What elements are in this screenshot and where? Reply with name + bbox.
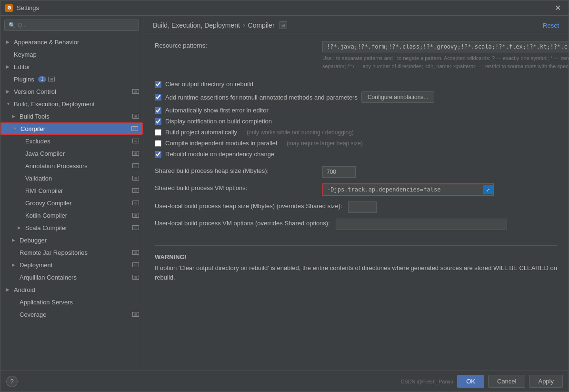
- sidebar-item-editor[interactable]: ▶ Editor: [0, 60, 143, 73]
- ext-icon: ⊞: [132, 262, 139, 267]
- auto-show-error-label[interactable]: Automatically show first error in editor: [165, 107, 269, 114]
- shared-heap-row: Shared build process heap size (Mbytes):: [155, 166, 557, 178]
- clear-output-label[interactable]: Clear output directory on rebuild: [165, 80, 253, 88]
- sidebar-item-label: Compiler: [20, 125, 45, 132]
- breadcrumb-separator: ›: [243, 21, 245, 29]
- sidebar-item-application-servers[interactable]: Application Servers: [0, 296, 143, 308]
- checkbox-rebuild-module: Rebuild module on dependency change: [155, 151, 557, 158]
- ok-button[interactable]: OK: [457, 375, 484, 388]
- expand-arrow: ▶: [12, 114, 18, 119]
- display-notification-label[interactable]: Display notification on build completion: [165, 118, 272, 125]
- warning-title: WARNING!: [155, 253, 557, 261]
- sidebar-item-scala-compiler[interactable]: ▶ Scala Compiler ⊞: [0, 221, 143, 234]
- hint-text: Use ; to separate patterns and ! to nega…: [322, 54, 569, 70]
- sidebar-item-kotlin-compiler[interactable]: Kotlin Compiler ⊞: [0, 209, 143, 221]
- search-input[interactable]: [18, 22, 135, 29]
- sidebar-item-validation[interactable]: Validation ⊞: [0, 172, 143, 184]
- breadcrumb: Build, Execution, Deployment › Compiler …: [153, 21, 287, 29]
- sidebar-item-build-exec-deploy[interactable]: ▼ Build, Execution, Deployment: [0, 98, 143, 110]
- main-content: 🔍 ▶ Appearance & Behavior Keymap ▶ Edito: [0, 16, 569, 371]
- settings-window: ⚙ Settings ✕ 🔍 ▶ Appearance & Behavior K…: [0, 0, 569, 392]
- ext-icon: ⊞: [132, 188, 139, 193]
- checkbox-display-notification: Display notification on build completion: [155, 118, 557, 125]
- sidebar-item-label: RMI Compiler: [25, 187, 63, 194]
- resource-input-wrapper: ⤢: [322, 41, 569, 52]
- compile-parallel-label[interactable]: Compile independent modules in parallel: [165, 140, 277, 147]
- add-runtime-checkbox[interactable]: [155, 94, 161, 101]
- sidebar-item-android[interactable]: ▶ Android: [0, 283, 143, 296]
- build-auto-checkbox[interactable]: [155, 129, 161, 136]
- shared-vm-label: Shared build process VM options:: [155, 183, 317, 191]
- sidebar-item-label: Application Servers: [20, 299, 73, 306]
- expand-arrow: ▶: [6, 287, 12, 292]
- close-button[interactable]: ✕: [552, 2, 564, 13]
- checkbox-compile-parallel: Compile independent modules in parallel …: [155, 140, 557, 147]
- sidebar-item-label: Deployment: [20, 261, 52, 269]
- rebuild-module-checkbox[interactable]: [155, 151, 161, 158]
- resource-patterns-input[interactable]: [322, 41, 569, 52]
- ext-icon: ⊞: [132, 176, 139, 181]
- ext-icon: ⊞: [132, 225, 139, 230]
- sidebar-item-label: Arquillian Containers: [20, 274, 77, 281]
- ext-icon: ⊞: [132, 114, 139, 119]
- build-auto-label[interactable]: Build project automatically: [165, 129, 237, 136]
- shared-vm-input[interactable]: [322, 183, 494, 196]
- sidebar-item-version-control[interactable]: ▶ Version Control ⊞: [0, 85, 143, 98]
- help-button[interactable]: ?: [6, 376, 18, 387]
- sidebar-item-rmi-compiler[interactable]: RMI Compiler ⊞: [0, 184, 143, 197]
- add-runtime-label[interactable]: Add runtime assertions for notnull-annot…: [165, 94, 358, 101]
- sidebar-item-excludes[interactable]: Excludes ⊞: [0, 135, 143, 147]
- shared-heap-label: Shared build process heap size (Mbytes):: [155, 166, 317, 174]
- user-heap-row: User-local build process heap size (Mbyt…: [155, 201, 557, 213]
- bottom-actions: CSDN @Fresh_Panyu OK Cancel Apply: [400, 375, 563, 388]
- expand-arrow: ▶: [6, 89, 12, 94]
- compile-parallel-checkbox[interactable]: [155, 140, 161, 147]
- checkbox-clear-output: Clear output directory on rebuild: [155, 80, 557, 88]
- cancel-button[interactable]: Cancel: [488, 375, 525, 388]
- ext-icon: ⊞: [131, 126, 138, 131]
- sidebar-item-deployment[interactable]: ▶ Deployment ⊞: [0, 259, 143, 271]
- sidebar-item-label: Excludes: [25, 138, 50, 145]
- sidebar-item-coverage[interactable]: Coverage ⊞: [0, 308, 143, 321]
- breadcrumb-parent: Build, Execution, Deployment: [153, 21, 240, 29]
- sidebar-item-arquillian[interactable]: Arquillian Containers ⊞: [0, 271, 143, 283]
- checkbox-auto-show-error: Automatically show first error in editor: [155, 107, 557, 114]
- ext-icon: ⊞: [132, 151, 139, 156]
- sidebar-item-groovy-compiler[interactable]: Groovy Compiler ⊞: [0, 197, 143, 209]
- bottom-bar: ? CSDN @Fresh_Panyu OK Cancel Apply: [0, 371, 569, 392]
- search-icon: 🔍: [9, 22, 16, 29]
- auto-show-error-checkbox[interactable]: [155, 107, 161, 114]
- shared-heap-input[interactable]: [322, 166, 356, 178]
- configure-annotations-button[interactable]: Configure annotations...: [361, 91, 434, 103]
- plugins-badge: 1: [38, 76, 47, 82]
- apply-button[interactable]: Apply: [529, 375, 563, 388]
- ext-icon: ⊞: [132, 201, 139, 205]
- sidebar-item-appearance[interactable]: ▶ Appearance & Behavior: [0, 36, 143, 48]
- sidebar-item-annotation-processors[interactable]: Annotation Processors ⊞: [0, 160, 143, 172]
- sidebar-item-keymap[interactable]: Keymap: [0, 48, 143, 60]
- compile-parallel-note: (may require larger heap size): [287, 140, 363, 147]
- user-vm-input[interactable]: [336, 219, 507, 230]
- sidebar-item-label: Kotlin Compiler: [25, 212, 67, 219]
- sidebar-item-label: Build, Execution, Deployment: [14, 101, 95, 108]
- sidebar-item-java-compiler[interactable]: Java Compiler ⊞: [0, 147, 143, 160]
- expand-arrow: ▶: [18, 225, 23, 230]
- title-bar: ⚙ Settings ✕: [0, 0, 569, 16]
- clear-output-checkbox[interactable]: [155, 81, 161, 88]
- display-notification-checkbox[interactable]: [155, 118, 161, 125]
- sidebar-item-compiler[interactable]: ▼ Compiler ⊞: [0, 122, 143, 135]
- sidebar-item-label: Debugger: [20, 237, 47, 244]
- ext-icon: ⊞: [132, 139, 139, 143]
- sidebar-item-label: Build Tools: [20, 113, 50, 120]
- sidebar-tree: ▶ Appearance & Behavior Keymap ▶ Editor …: [0, 35, 143, 371]
- sidebar-item-remote-jar[interactable]: Remote Jar Repositories ⊞: [0, 246, 143, 259]
- reset-button[interactable]: Reset: [543, 22, 559, 29]
- sidebar-item-debugger[interactable]: ▶ Debugger: [0, 234, 143, 246]
- search-box[interactable]: 🔍: [4, 20, 139, 31]
- user-heap-input[interactable]: [348, 201, 377, 213]
- sidebar-item-plugins[interactable]: Plugins 1 ⊞: [0, 73, 143, 85]
- ext-icon: ⊞: [132, 213, 139, 218]
- sidebar-item-build-tools[interactable]: ▶ Build Tools ⊞: [0, 110, 143, 122]
- vm-expand-button[interactable]: ⤢: [483, 185, 493, 194]
- rebuild-module-label[interactable]: Rebuild module on dependency change: [165, 151, 274, 158]
